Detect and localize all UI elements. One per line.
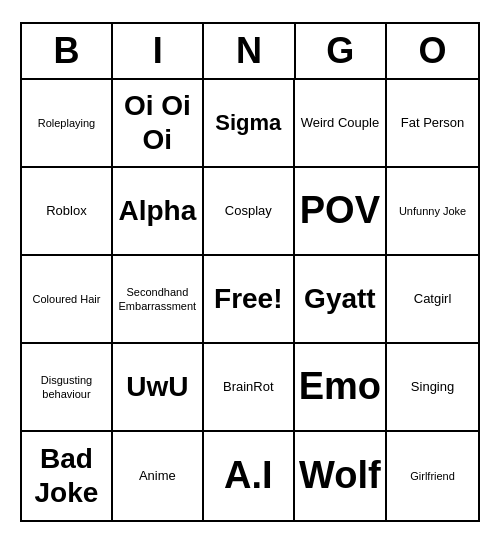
cell-5-5: Girlfriend	[387, 432, 478, 520]
cell-4-4: Emo	[295, 344, 387, 432]
header-b: B	[22, 24, 113, 78]
cell-4-1: Disgusting behaviour	[22, 344, 113, 432]
header-i: I	[113, 24, 204, 78]
cell-2-4: POV	[295, 168, 387, 256]
cell-3-1: Coloured Hair	[22, 256, 113, 344]
cell-2-2: Alpha	[113, 168, 204, 256]
cell-3-3: Free!	[204, 256, 295, 344]
cell-text: Anime	[139, 468, 176, 484]
cell-text: Disgusting behaviour	[26, 373, 107, 402]
cell-2-3: Cosplay	[204, 168, 295, 256]
cell-3-5: Catgirl	[387, 256, 478, 344]
header-o: O	[387, 24, 478, 78]
cell-text: Girlfriend	[410, 469, 455, 483]
cell-text: Sigma	[215, 110, 281, 136]
cell-text: Roblox	[46, 203, 86, 219]
cell-text: Secondhand Embarrassment	[117, 285, 198, 314]
cell-3-4: Gyatt	[295, 256, 387, 344]
cell-text: Singing	[411, 379, 454, 395]
cell-5-2: Anime	[113, 432, 204, 520]
cell-text: Cosplay	[225, 203, 272, 219]
cell-4-2: UwU	[113, 344, 204, 432]
cell-text: Free!	[214, 282, 282, 316]
cell-text: Oi Oi Oi	[117, 89, 198, 156]
bingo-card: B I N G O Roleplaying Oi Oi Oi Sigma Wei…	[20, 22, 480, 522]
cell-text: Catgirl	[414, 291, 452, 307]
cell-4-3: BrainRot	[204, 344, 295, 432]
cell-5-4: Wolf	[295, 432, 387, 520]
cell-text: Wolf	[299, 453, 381, 499]
cell-text: UwU	[126, 370, 188, 404]
cell-4-5: Singing	[387, 344, 478, 432]
cell-text: Roleplaying	[38, 116, 95, 130]
cell-text: A.I	[224, 453, 273, 499]
cell-text: POV	[300, 188, 380, 234]
cell-text: Unfunny Joke	[399, 204, 466, 218]
header-g: G	[296, 24, 387, 78]
cell-1-3: Sigma	[204, 80, 295, 168]
header-n: N	[204, 24, 295, 78]
cell-text: BrainRot	[223, 379, 274, 395]
cell-text: Coloured Hair	[33, 292, 101, 306]
cell-3-2: Secondhand Embarrassment	[113, 256, 204, 344]
cell-1-1: Roleplaying	[22, 80, 113, 168]
cell-2-1: Roblox	[22, 168, 113, 256]
bingo-grid: Roleplaying Oi Oi Oi Sigma Weird Couple …	[22, 80, 478, 520]
cell-1-4: Weird Couple	[295, 80, 387, 168]
cell-5-3: A.I	[204, 432, 295, 520]
cell-text: Weird Couple	[301, 115, 380, 131]
cell-2-5: Unfunny Joke	[387, 168, 478, 256]
cell-text: Gyatt	[304, 282, 376, 316]
bingo-header: B I N G O	[22, 24, 478, 80]
cell-text: Fat Person	[401, 115, 465, 131]
cell-5-1: Bad Joke	[22, 432, 113, 520]
cell-1-2: Oi Oi Oi	[113, 80, 204, 168]
cell-text: Emo	[299, 364, 381, 410]
cell-1-5: Fat Person	[387, 80, 478, 168]
cell-text: Alpha	[118, 194, 196, 228]
cell-text: Bad Joke	[26, 442, 107, 509]
